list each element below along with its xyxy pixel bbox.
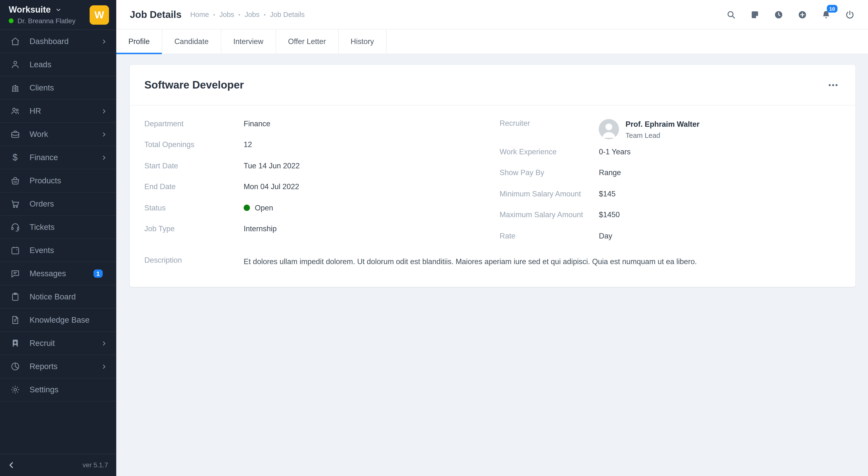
- breadcrumb-separator: •: [239, 12, 240, 17]
- field-value: $145: [599, 189, 616, 199]
- sidebar-item-work[interactable]: Work: [0, 123, 116, 146]
- sidebar: Worksuite Dr. Breanna Flatley W Dashboar…: [0, 0, 116, 476]
- sidebar-item-dashboard[interactable]: Dashboard: [0, 30, 116, 53]
- detail-row-recruiter: Recruiter Prof. Ephraim Walter Team Lead: [500, 119, 841, 139]
- main-area: Job Details Home • Jobs • Jobs • Job Det…: [116, 0, 868, 476]
- breadcrumb-current: Job Details: [270, 11, 304, 19]
- field-value: 12: [244, 140, 252, 149]
- app-root: Worksuite Dr. Breanna Flatley W Dashboar…: [0, 0, 868, 476]
- chevron-right-icon: [101, 38, 107, 45]
- pie-chart-icon: [10, 361, 20, 372]
- tabs-bar: Profile Candidate Interview Offer Letter…: [116, 29, 868, 54]
- ellipsis-icon: [827, 79, 839, 91]
- sidebar-item-orders[interactable]: Orders: [0, 193, 116, 216]
- sidebar-item-notice-board[interactable]: Notice Board: [0, 285, 116, 309]
- card-menu-button[interactable]: [826, 77, 841, 93]
- clipboard-icon: [10, 292, 20, 302]
- home-icon: [10, 36, 20, 47]
- sidebar-item-leads[interactable]: Leads: [0, 53, 116, 76]
- field-value: $1450: [599, 210, 620, 219]
- tab-interview[interactable]: Interview: [221, 30, 276, 54]
- user-name: Dr. Breanna Flatley: [18, 17, 75, 25]
- tab-offer-letter[interactable]: Offer Letter: [276, 30, 338, 54]
- workspace-name: Worksuite: [9, 5, 51, 15]
- sidebar-item-reports[interactable]: Reports: [0, 355, 116, 378]
- sidebar-item-tickets[interactable]: Tickets: [0, 216, 116, 239]
- sidebar-brand: Worksuite Dr. Breanna Flatley W: [0, 0, 116, 30]
- breadcrumb-separator: •: [213, 12, 215, 17]
- topbar: Job Details Home • Jobs • Jobs • Job Det…: [116, 0, 868, 29]
- sidebar-nav: Dashboard Leads Clients HR: [0, 30, 116, 454]
- building-icon: [10, 82, 20, 93]
- sidebar-footer: ver 5.1.7: [0, 454, 116, 476]
- tab-history[interactable]: History: [339, 30, 386, 54]
- sidebar-item-settings[interactable]: Settings: [0, 378, 116, 402]
- app-logo[interactable]: W: [90, 5, 109, 25]
- sidebar-item-hr[interactable]: HR: [0, 100, 116, 123]
- field-label: Start Date: [144, 161, 244, 171]
- content-area: Software Developer Department Finance: [116, 54, 868, 476]
- job-info-right-column: Recruiter Prof. Ephraim Walter Team Lead: [500, 119, 841, 252]
- breadcrumb-jobs-2[interactable]: Jobs: [245, 11, 259, 19]
- detail-row-description: Description Et dolores ullam impedit dol…: [144, 256, 841, 268]
- chevron-left-icon: [7, 461, 16, 469]
- app-version: ver 5.1.7: [83, 462, 108, 469]
- chevron-down-icon: [55, 7, 61, 13]
- time-icon[interactable]: [773, 9, 784, 20]
- document-icon: [10, 315, 20, 325]
- sidebar-item-events[interactable]: Events: [0, 239, 116, 262]
- sidebar-item-finance[interactable]: $ Finance: [0, 146, 116, 169]
- search-icon[interactable]: [725, 9, 736, 20]
- detail-row-start-date: Start Date Tue 14 Jun 2022: [144, 161, 500, 171]
- user-icon: [10, 59, 20, 70]
- breadcrumb-home[interactable]: Home: [190, 11, 209, 19]
- detail-row-total-openings: Total Openings 12: [144, 140, 500, 149]
- breadcrumb: Home • Jobs • Jobs • Job Details: [190, 11, 305, 19]
- users-icon: [10, 106, 20, 116]
- sidebar-item-knowledge-base[interactable]: Knowledge Base: [0, 309, 116, 332]
- sidebar-item-products[interactable]: Products: [0, 169, 116, 193]
- add-icon[interactable]: [797, 9, 807, 20]
- workspace-switcher[interactable]: Worksuite: [9, 5, 75, 15]
- online-status-dot: [9, 19, 13, 23]
- tab-candidate[interactable]: Candidate: [162, 30, 221, 54]
- card-header: Software Developer: [130, 65, 856, 105]
- recruiter-avatar: [599, 119, 619, 139]
- field-value: Range: [599, 168, 621, 177]
- detail-row-status: Status Open: [144, 203, 500, 212]
- status-text: Open: [255, 203, 273, 212]
- job-title: Software Developer: [144, 79, 244, 92]
- chat-icon: [10, 268, 20, 279]
- sidebar-item-recruit[interactable]: Recruit: [0, 332, 116, 355]
- detail-row-end-date: End Date Mon 04 Jul 2022: [144, 182, 500, 191]
- field-value: Day: [599, 231, 612, 240]
- field-label: Minimum Salary Amount: [500, 189, 599, 199]
- detail-row-job-type: Job Type Internship: [144, 224, 500, 233]
- page-title: Job Details: [130, 9, 181, 20]
- cart-icon: [10, 199, 20, 209]
- sidebar-item-clients[interactable]: Clients: [0, 76, 116, 100]
- field-label: Show Pay By: [500, 168, 599, 177]
- id-card-icon: [10, 338, 20, 348]
- chevron-right-icon: [101, 108, 107, 114]
- detail-row-department: Department Finance: [144, 119, 500, 129]
- detail-row-maximum-salary-amount: Maximum Salary Amount $1450: [500, 210, 841, 219]
- gear-icon: [10, 384, 20, 395]
- card-body: Department Finance Total Openings 12 Sta…: [130, 105, 856, 287]
- breadcrumb-separator: •: [264, 12, 266, 17]
- field-value: Tue 14 Jun 2022: [244, 161, 300, 171]
- chevron-right-icon: [101, 131, 107, 138]
- status-open-dot: [244, 205, 250, 211]
- field-value: 0-1 Years: [599, 147, 631, 157]
- breadcrumb-jobs[interactable]: Jobs: [219, 11, 234, 19]
- sidebar-item-messages[interactable]: Messages 1: [0, 262, 116, 285]
- power-icon[interactable]: [844, 9, 855, 20]
- notifications-icon[interactable]: 10: [820, 9, 831, 20]
- sidebar-collapse-button[interactable]: [7, 461, 16, 469]
- unread-count-badge: 1: [93, 269, 103, 278]
- tab-profile[interactable]: Profile: [116, 30, 162, 54]
- chevron-right-icon: [101, 340, 107, 347]
- note-icon[interactable]: [749, 9, 760, 20]
- detail-row-minimum-salary-amount: Minimum Salary Amount $145: [500, 189, 841, 199]
- chevron-right-icon: [101, 363, 107, 370]
